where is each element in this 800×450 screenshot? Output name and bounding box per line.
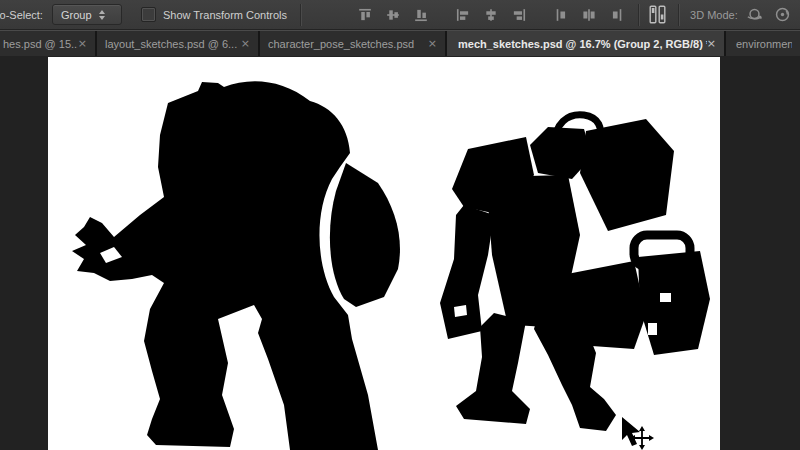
mech-silhouette-artwork bbox=[48, 57, 720, 450]
tool-options-bar: Auto-Select: Group Show Transform Contro… bbox=[0, 0, 800, 30]
close-icon[interactable]: × bbox=[241, 38, 250, 49]
show-transform-controls-checkbox[interactable] bbox=[141, 7, 156, 22]
align-vertical-centers-icon[interactable] bbox=[384, 6, 402, 24]
show-transform-controls-label: Show Transform Controls bbox=[163, 9, 287, 21]
left-mech-silhouette bbox=[72, 81, 400, 450]
separator bbox=[638, 4, 640, 26]
align-bottom-edges-icon[interactable] bbox=[412, 6, 430, 24]
tab-layout-sketches-psd[interactable]: layout_sketches.psd @ 6... × bbox=[97, 31, 260, 56]
pasteboard bbox=[0, 56, 800, 450]
auto-select-dropdown[interactable]: Group bbox=[52, 4, 122, 25]
dropdown-spinner-icon bbox=[99, 10, 105, 20]
3d-roll-icon[interactable] bbox=[774, 6, 792, 24]
close-icon[interactable]: × bbox=[78, 38, 87, 49]
auto-align-layers-icon[interactable] bbox=[648, 5, 666, 25]
3d-rotate-icon[interactable] bbox=[746, 6, 764, 24]
separator bbox=[678, 4, 680, 26]
close-icon[interactable]: × bbox=[707, 38, 716, 49]
distribute-right-edges-icon[interactable] bbox=[608, 6, 626, 24]
close-icon[interactable]: × bbox=[428, 38, 437, 49]
tab-mech-sketches-psd-active[interactable]: mech_sketches.psd @ 16.7% (Group 2, RGB/… bbox=[447, 31, 726, 56]
auto-select-value: Group bbox=[61, 9, 92, 21]
3d-mode-label: 3D Mode: bbox=[690, 9, 738, 21]
cursor-arrow-icon bbox=[622, 417, 640, 446]
distribute-left-edges-icon[interactable] bbox=[552, 6, 570, 24]
auto-select-label: Auto-Select: bbox=[0, 9, 43, 21]
document-tab-bar: hes.psd @ 15.... × layout_sketches.psd @… bbox=[0, 30, 800, 56]
tab-character-pose-sketches-psd[interactable]: character_pose_sketches.psd × bbox=[260, 31, 447, 56]
align-left-edges-icon[interactable] bbox=[454, 6, 472, 24]
move-tool-cursor bbox=[622, 417, 654, 450]
align-top-edges-icon[interactable] bbox=[356, 6, 374, 24]
tab-sketches-psd[interactable]: hes.psd @ 15.... × bbox=[0, 31, 97, 56]
align-horizontal-centers-icon[interactable] bbox=[482, 6, 500, 24]
tab-environment-psd[interactable]: environmen bbox=[726, 31, 800, 56]
separator bbox=[300, 4, 302, 26]
distribute-horizontal-centers-icon[interactable] bbox=[580, 6, 598, 24]
right-mech-silhouette bbox=[440, 115, 710, 431]
align-right-edges-icon[interactable] bbox=[510, 6, 528, 24]
document-canvas[interactable] bbox=[48, 57, 720, 450]
